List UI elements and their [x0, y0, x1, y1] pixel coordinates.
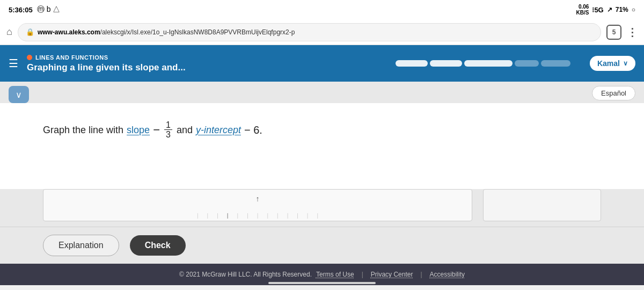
espanol-button[interactable]: Español	[592, 86, 635, 100]
graph-right-panel	[483, 189, 601, 221]
signal-bars-icon: ↗	[607, 6, 612, 13]
progress-seg-4	[515, 60, 539, 67]
scroll-indicator	[268, 282, 376, 284]
and-text: and	[177, 121, 193, 139]
footer-sep-1: |	[362, 271, 363, 278]
fraction-numerator: 1	[164, 120, 172, 130]
y-intercept-link[interactable]: y-intercept	[196, 121, 241, 139]
status-indicators: ⓜ b △	[37, 5, 61, 15]
kb-speed: 0.06KB/S	[576, 4, 589, 16]
graph-row: ↑ | | | | | | | | | | | | |	[0, 189, 644, 227]
hamburger-menu-icon[interactable]: ☰	[9, 57, 18, 70]
tick-12: |	[307, 213, 309, 219]
progress-seg-1	[396, 60, 428, 67]
topic-dot-icon	[27, 55, 32, 60]
espanol-button-container: Español	[592, 86, 635, 100]
footer: © 2021 McGraw Hill LLC. All Rights Reser…	[0, 264, 644, 285]
app-header: ☰ LINES AND FUNCTIONS Graphing a line gi…	[0, 45, 644, 82]
tick-7: |	[257, 213, 259, 219]
url-text: www-awu.aleks.com/alekscgi/x/Isl.exe/1o_…	[38, 28, 295, 36]
progress-seg-5	[541, 60, 570, 67]
network-icon: ⁝5G	[592, 6, 603, 14]
user-menu-button[interactable]: Kamal ∨	[590, 56, 635, 71]
progress-bar	[396, 60, 570, 67]
chevron-down-icon: ∨	[623, 60, 628, 67]
terms-of-use-link[interactable]: Terms of Use	[316, 271, 354, 278]
graph-up-arrow-icon: ↑	[256, 194, 260, 203]
fraction-denominator: 3	[164, 130, 172, 140]
battery-icon: ○	[632, 6, 635, 13]
check-button[interactable]: Check	[130, 235, 186, 256]
tick-11: |	[297, 213, 298, 219]
status-left: 5:36:05 ⓜ b △	[9, 5, 60, 15]
graph-canvas[interactable]: ↑ | | | | | | | | | | | | |	[43, 189, 472, 221]
progress-seg-2	[430, 60, 462, 67]
tick-2: |	[207, 213, 209, 219]
url-bar[interactable]: 🔒 www-awu.aleks.com/alekscgi/x/Isl.exe/1…	[18, 23, 601, 41]
copyright-text: © 2021 McGraw Hill LLC. All Rights Reser…	[179, 271, 312, 278]
tick-9: |	[277, 213, 279, 219]
tick-6: |	[247, 213, 248, 219]
problem-area: Graph the line with slope − 1 3 and y-in…	[0, 103, 644, 189]
dropdown-toggle-button[interactable]: ∨	[9, 86, 29, 103]
tick-center: |	[227, 213, 229, 219]
battery-level: 71%	[616, 6, 628, 13]
buttons-row: Explanation Check	[0, 227, 644, 264]
explanation-button[interactable]: Explanation	[43, 235, 119, 256]
tick-3: |	[217, 213, 218, 219]
topic-name: LINES AND FUNCTIONS	[35, 54, 108, 61]
status-bar: 5:36:05 ⓜ b △ 0.06KB/S ⁝5G ↗ 71% ○	[0, 0, 644, 19]
accessibility-link[interactable]: Accessibility	[430, 271, 465, 278]
tab-count[interactable]: 5	[606, 25, 621, 40]
user-name: Kamal	[597, 59, 620, 68]
privacy-center-link[interactable]: Privacy Center	[371, 271, 413, 278]
sub-header-row: ∨ Español	[0, 82, 644, 103]
browser-bar: ⌂ 🔒 www-awu.aleks.com/alekscgi/x/Isl.exe…	[0, 19, 644, 45]
chevron-down-icon: ∨	[16, 90, 22, 100]
tick-5: |	[237, 213, 239, 219]
problem-text: Graph the line with slope − 1 3 and y-in…	[43, 119, 601, 141]
minus-sign-1: −	[153, 119, 160, 141]
tick-1: |	[197, 213, 199, 219]
status-right: 0.06KB/S ⁝5G ↗ 71% ○	[576, 4, 635, 16]
tick-13: |	[317, 213, 318, 219]
tick-8: |	[267, 213, 268, 219]
footer-sep-2: |	[420, 271, 422, 278]
more-options-icon[interactable]: ⋮	[627, 26, 638, 39]
fraction: 1 3	[164, 120, 172, 140]
lock-icon: 🔒	[26, 28, 34, 36]
header-content: LINES AND FUNCTIONS Graphing a line give…	[27, 54, 376, 73]
home-icon[interactable]: ⌂	[6, 26, 12, 38]
progress-seg-3	[464, 60, 513, 67]
topic-label: LINES AND FUNCTIONS	[27, 54, 376, 61]
tick-10: |	[287, 213, 289, 219]
suffix: − 6.	[244, 120, 262, 140]
y-italic: y	[196, 125, 201, 135]
status-time: 5:36:05	[9, 6, 33, 14]
problem-prefix: Graph the line with	[43, 121, 123, 139]
slope-link[interactable]: slope	[127, 121, 150, 139]
lesson-title: Graphing a line given its slope and...	[27, 62, 376, 73]
